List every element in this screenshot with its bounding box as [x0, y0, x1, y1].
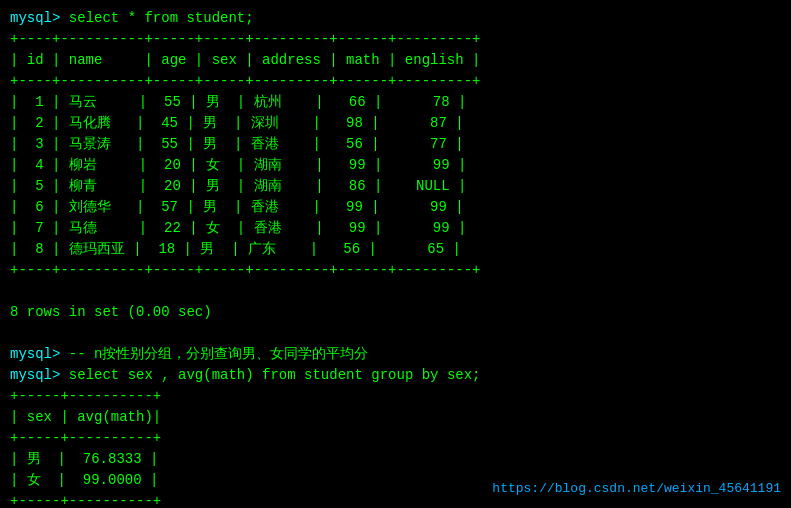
- prompt-1: mysql>: [10, 10, 60, 26]
- prompt-2: mysql>: [10, 346, 60, 362]
- command-line-2: mysql> select sex , avg(math) from stude…: [10, 365, 781, 386]
- terminal: mysql> select * from student; +----+----…: [10, 8, 781, 508]
- table1-row-1: | 1 | 马云 | 55 | 男 | 杭州 | 66 | 78 |: [10, 92, 781, 113]
- table2-border-mid: +-----+----------+: [10, 428, 781, 449]
- table1-row-8: | 8 | 德玛西亚 | 18 | 男 | 广东 | 56 | 65 |: [10, 239, 781, 260]
- table2-row-1: | 男 | 76.8333 |: [10, 449, 781, 470]
- result-1: [10, 281, 781, 302]
- table2-border-top: +-----+----------+: [10, 386, 781, 407]
- table1-row-7: | 7 | 马德 | 22 | 女 | 香港 | 99 | 99 |: [10, 218, 781, 239]
- table1-header: | id | name | age | sex | address | math…: [10, 50, 781, 71]
- table2-header: | sex | avg(math)|: [10, 407, 781, 428]
- watermark: https://blog.csdn.net/weixin_45641191: [492, 481, 781, 496]
- table1-row-3: | 3 | 马景涛 | 55 | 男 | 香港 | 56 | 77 |: [10, 134, 781, 155]
- result1-text: 8 rows in set (0.00 sec): [10, 302, 781, 323]
- table1-row-5: | 5 | 柳青 | 20 | 男 | 湖南 | 86 | NULL |: [10, 176, 781, 197]
- table1-row-2: | 2 | 马化腾 | 45 | 男 | 深圳 | 98 | 87 |: [10, 113, 781, 134]
- table1-border-top: +----+----------+-----+-----+---------+-…: [10, 29, 781, 50]
- table1-border-bottom: +----+----------+-----+-----+---------+-…: [10, 260, 781, 281]
- comment-line: mysql> -- n按性别分组，分别查询男、女同学的平均分: [10, 344, 781, 365]
- table1-row-6: | 6 | 刘德华 | 57 | 男 | 香港 | 99 | 99 |: [10, 197, 781, 218]
- prompt-3: mysql>: [10, 367, 60, 383]
- spacer-1: [10, 323, 781, 344]
- command-line-1: mysql> select * from student;: [10, 8, 781, 29]
- table1-row-4: | 4 | 柳岩 | 20 | 女 | 湖南 | 99 | 99 |: [10, 155, 781, 176]
- table1-border-mid: +----+----------+-----+-----+---------+-…: [10, 71, 781, 92]
